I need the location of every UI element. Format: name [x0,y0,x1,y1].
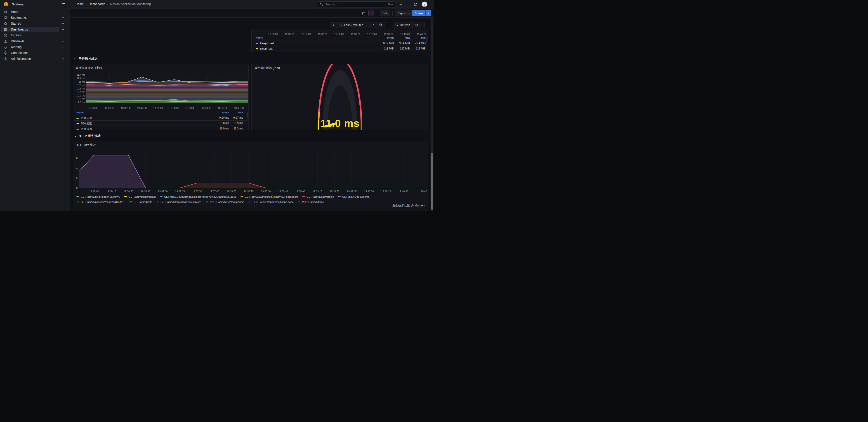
chevron-down-icon[interactable] [61,39,65,43]
refresh-button[interactable]: Refresh [393,22,413,28]
breadcrumb-item[interactable]: Dashboards [89,2,105,6]
gauge-panel[interactable]: 事件循环延迟 (P99) 11.0 ms [251,64,428,130]
legend-stat-value: 11.0 ms [214,127,229,130]
add-new-button[interactable] [399,1,407,8]
legend-series-name[interactable]: GET /api/v1/ai/kb?page=1&limit=9 [76,195,120,198]
legend-series-name[interactable]: Heap Used [256,42,274,45]
chevron-down-icon[interactable] [61,28,65,31]
share-button-group: Share [412,10,431,16]
chevron-down-icon[interactable] [61,45,65,49]
grafana-logo[interactable] [3,2,9,7]
legend-series-name[interactable]: GET /api/v1/auth/profile [302,195,334,198]
sidebar-item-bookmarks[interactable]: Bookmarks [0,15,70,21]
chevron-down-icon [420,24,422,26]
legend-series-name[interactable]: GET /api/v1/trace/analytics?days=1 [156,201,202,203]
x-tick-label: 19:40:00 [400,33,410,35]
sidebar-item-explore[interactable]: Explore [0,33,70,38]
legend-scrollbar[interactable] [427,36,428,42]
sidebar-item-administration[interactable]: Administration [0,56,70,62]
chevron-down-icon [74,57,77,60]
y-tick-label: 10.2 ms [74,94,85,97]
legend-header-name[interactable]: Name [256,36,263,39]
breadcrumb-item[interactable]: Home [75,2,84,6]
search-box[interactable]: ⌘+k [317,1,396,7]
sidebar-item-home[interactable]: Home [0,9,70,15]
search-icon [320,3,323,6]
sidebar-item-dashboards[interactable]: Dashboards [0,27,70,32]
legend-series-name[interactable]: GET /api/v1/auth/github?state=%2Fdashboa… [241,195,298,198]
legend-series-name[interactable]: Heap Total [256,47,273,51]
x-tick-label: 19:36:00 [89,190,99,193]
breadcrumb-item: NestJS Application Monitoring [110,2,151,6]
x-tick-label: 19:38:00 [227,190,237,193]
series-color-swatch [76,118,79,119]
http-chart[interactable] [79,149,427,188]
time-shift-back-button[interactable] [330,22,337,28]
sidebar-toggle-icon[interactable] [60,1,66,8]
time-shift-forward-button[interactable] [370,22,377,28]
shared-dashboard-icon[interactable] [368,10,374,16]
bookmark-icon [4,16,7,20]
share-button[interactable]: Share [412,10,426,16]
x-tick-label: 19:37:00 [301,33,311,35]
legend-header-mean[interactable]: Mean [380,36,394,39]
row-separator [254,45,426,46]
eventloop-chart-panel[interactable]: 事件循环延迟（毫秒） 11.4 ms11.2 ms11 ms10.8 ms10.… [73,64,249,130]
favorite-star-icon[interactable] [360,10,366,16]
section-http[interactable]: HTTP 服务指标 [74,134,100,138]
series-color-swatch [156,201,159,202]
help-icon[interactable] [412,1,418,8]
edit-button[interactable]: Edit [380,10,390,16]
gauge-value: 11.0 ms [320,117,360,129]
legend-series-name[interactable]: GET /api/v1/auth/github [124,195,156,198]
sidebar-item-alerting[interactable]: Alerting [0,44,70,50]
legend-series-name[interactable]: POST /api/v1/trace [298,201,324,203]
chevron-down-icon[interactable] [61,16,65,20]
legend-series-name[interactable]: POST /api/v1/auth/email/login [206,201,244,203]
page-scrollbar-track[interactable] [431,18,433,211]
time-range-picker[interactable]: Last 5 minutes [337,22,370,28]
export-button[interactable]: Export [395,10,413,16]
legend-series-name[interactable]: GET /api/v1/podcast?page=1&limit=10 [76,201,125,203]
legend-series-name[interactable]: GET /api/v1/role [129,201,152,203]
x-tick-label: 19:37:15 [175,190,185,193]
legend-series-name[interactable]: P90 延迟 [76,122,92,126]
gear-icon [4,57,7,61]
chevron-down-icon[interactable] [61,22,65,25]
legend-header-max[interactable]: Max [396,36,410,39]
legend-series-name[interactable]: POST /api/v1/auth/email/send-code [248,201,293,203]
legend-series-name[interactable]: P99 延迟 [76,127,92,130]
http-legend-row: GET /api/v1/ai/kb?page=1&limit=9GET /api… [76,195,369,198]
legend-series-name[interactable]: P50 延迟 [76,116,92,120]
legend-header-mean[interactable]: Mean [217,111,229,114]
legend-series-name[interactable]: GET /api/v1/auth/github/callback?code=0f… [160,195,237,198]
legend-stat-value: 11.3 ms [228,127,243,130]
share-menu-button[interactable] [426,10,431,16]
sidebar-item-starred[interactable]: Starred [0,21,70,26]
memory-panel[interactable]: 19:36:0019:36:3019:37:0019:37:3019:38:00… [251,29,428,52]
legend-header-name[interactable]: Name [76,111,84,114]
legend-header-min[interactable]: Min [412,36,426,39]
breadcrumb-separator: › [84,2,89,6]
http-chart-panel[interactable]: HTTP 服务统计 0246 19:36:0019:36:1519:36:301… [73,141,428,211]
legend-stat-value: 118 MiB [378,47,394,50]
search-input[interactable] [325,2,386,6]
chevron-down-icon[interactable] [61,51,65,55]
refresh-interval-picker[interactable]: 5s [413,22,425,28]
legend-series-name[interactable]: GET /api/v1/documents [338,195,369,198]
sidebar-item-label: Connections [11,51,29,55]
sidebar-item-connections[interactable]: Connections [0,50,70,56]
legend-scrollbar[interactable] [247,112,248,118]
page-scrollbar-thumb[interactable] [431,153,433,209]
zoom-out-button[interactable] [377,22,385,28]
avatar[interactable] [422,2,427,7]
zoom-out-icon [379,23,382,27]
chevron-down-icon[interactable] [61,57,65,61]
series-color-swatch [302,196,305,197]
section-eventloop[interactable]: 事件循环延迟 [74,57,98,61]
eventloop-chart[interactable] [86,73,248,103]
x-tick-label: 19:39:30 [202,107,211,109]
legend-header-max[interactable]: Max [230,111,243,114]
sidebar-item-highlight [2,27,59,32]
sidebar-item-drilldown[interactable]: Drilldown [0,38,70,44]
